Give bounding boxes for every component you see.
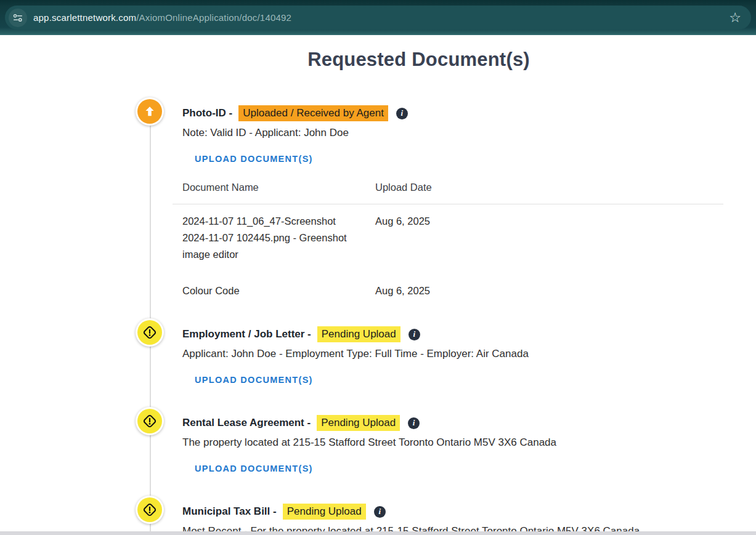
table-row: Colour Code Aug 6, 2025	[173, 265, 723, 302]
warning-diamond-icon	[137, 497, 162, 522]
upload-documents-button[interactable]: UPLOAD DOCUMENT(S)	[195, 464, 313, 473]
pending-status-icon	[136, 496, 164, 524]
bottom-edge-strip	[0, 531, 756, 535]
document-subtitle: Applicant: John Doe - Employment Type: F…	[182, 348, 756, 360]
requested-documents-list: Photo-ID - Uploaded / Received by Agent …	[134, 105, 756, 535]
status-badge: Uploaded / Received by Agent	[238, 105, 388, 121]
document-title: Photo-ID -	[182, 107, 232, 119]
page-title: Requested Document(s)	[0, 49, 756, 71]
status-badge: Pending Upload	[317, 415, 400, 431]
info-icon[interactable]: i	[408, 417, 420, 429]
upload-documents-button[interactable]: UPLOAD DOCUMENT(S)	[195, 375, 313, 385]
document-item-rental-lease: Rental Lease Agreement - Pending Upload …	[134, 415, 756, 474]
bookmark-star-icon[interactable]: ☆	[728, 10, 742, 26]
document-title: Municipal Tax Bill -	[182, 505, 277, 518]
upload-date-cell: Aug 6, 2025	[365, 265, 723, 302]
document-subtitle: The property located at 215-15 Stafford …	[182, 436, 756, 449]
warning-diamond-icon	[137, 409, 162, 433]
document-item-photo-id: Photo-ID - Uploaded / Received by Agent …	[134, 105, 756, 302]
status-badge: Pending Upload	[317, 326, 400, 342]
url-text: app.scarlettnetwork.com/AxiomOnlineAppli…	[33, 12, 291, 23]
column-header-upload-date: Upload Date	[365, 177, 723, 204]
upload-date-cell: Aug 6, 2025	[365, 204, 723, 266]
pending-status-icon	[136, 318, 164, 347]
document-item-employment-letter: Employment / Job Letter - Pending Upload…	[134, 326, 756, 385]
document-subtitle: Note: Valid ID - Applicant: John Doe	[182, 127, 756, 139]
site-settings-icon[interactable]	[9, 9, 27, 27]
status-badge: Pending Upload	[283, 504, 366, 520]
document-name-cell: Colour Code	[173, 265, 365, 302]
url-path: /AxiomOnlineApplication/doc/140492	[136, 12, 291, 23]
uploaded-status-icon	[136, 97, 164, 126]
info-icon[interactable]: i	[408, 329, 420, 340]
document-item-municipal-tax-bill: Municipal Tax Bill - Pending Upload i Mo…	[134, 504, 756, 535]
browser-toolbar: app.scarlettnetwork.com/AxiomOnlineAppli…	[0, 0, 756, 35]
document-title: Rental Lease Agreement -	[182, 417, 311, 429]
column-header-document-name: Document Name	[173, 177, 365, 204]
pending-status-icon	[136, 407, 164, 435]
warning-diamond-icon	[137, 320, 162, 345]
upload-arrow-icon	[137, 99, 162, 124]
document-title: Employment / Job Letter -	[182, 328, 311, 340]
upload-documents-button[interactable]: UPLOAD DOCUMENT(S)	[195, 154, 313, 164]
document-name-cell: 2024-11-07 11_06_47-Screenshot 2024-11-0…	[173, 204, 365, 266]
uploaded-documents-table: Document Name Upload Date 2024-11-07 11_…	[173, 177, 723, 302]
address-bar[interactable]: app.scarlettnetwork.com/AxiomOnlineAppli…	[5, 6, 751, 30]
info-icon[interactable]: i	[396, 108, 408, 119]
url-domain: app.scarlettnetwork.com	[33, 12, 136, 23]
table-row: 2024-11-07 11_06_47-Screenshot 2024-11-0…	[173, 204, 723, 266]
info-icon[interactable]: i	[374, 506, 386, 518]
